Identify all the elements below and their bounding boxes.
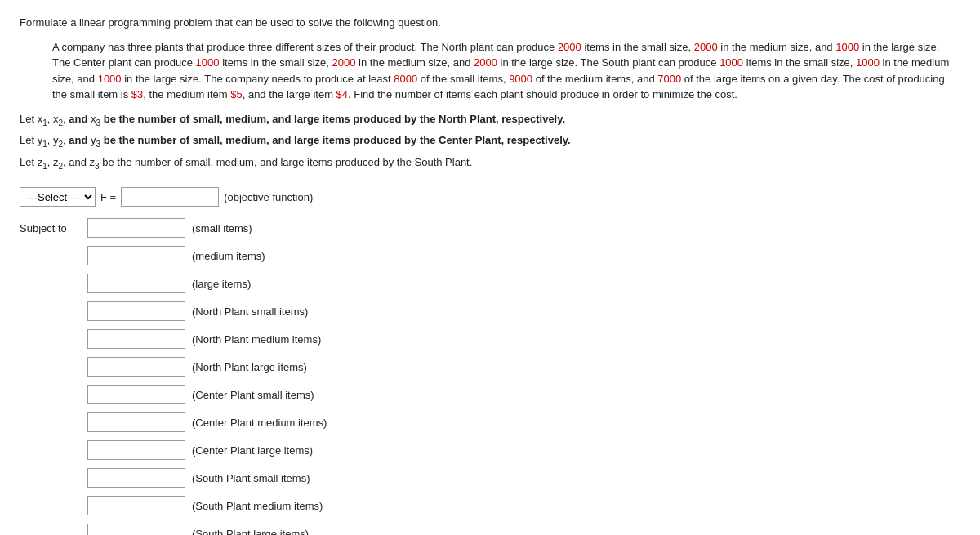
constraint-input-2[interactable] [87,274,185,293]
body-paragraph: A company has three plants that produce … [52,39,960,103]
cost-large: $4 [336,88,348,100]
body-text-3: in the medium size, and [718,41,836,53]
body-text-11: of the small items, [417,73,509,85]
need-large: 7000 [657,73,681,85]
body-text-16: . Find the number of items each plant sh… [348,88,737,100]
body-text-1: A company has three plants that produce … [52,41,558,53]
constraint-input-0[interactable] [87,218,185,238]
body-text-5: items in the small size, [220,56,332,69]
constraint-input-5[interactable] [87,357,185,377]
body-text-8: items in the small size, [743,56,856,69]
constraint-row-1: (medium items) [20,246,960,265]
constraint-label-10: (South Plant medium items) [192,500,323,512]
constraint-row-11: (South Plant large items) [20,524,960,535]
constraint-row-8: (Center Plant large items) [20,440,960,460]
constraint-label-2: (large items) [192,278,251,290]
south-medium-count: 1000 [856,56,880,69]
constraint-row-9: (South Plant small items) [20,468,960,488]
objective-function-label: (objective function) [224,191,313,203]
constraint-label-6: (Center Plant small items) [192,389,314,401]
constraint-input-4[interactable] [87,329,185,349]
constraint-row-6: (Center Plant small items) [20,385,960,404]
f-equals-label: F = [100,191,116,203]
constraint-label-0: (small items) [192,222,252,234]
constraint-row-0: Subject to (small items) [20,218,960,238]
objective-row: ---Select--- Minimize Maximize F = (obje… [20,187,960,207]
constraint-input-7[interactable] [87,412,185,432]
need-medium: 9000 [509,73,532,85]
constraint-label-9: (South Plant small items) [192,472,310,484]
cost-medium: $5 [230,88,242,100]
body-text-12: of the medium items, and [532,73,657,85]
constraint-label-4: (North Plant medium items) [192,333,321,346]
south-large-count: 1000 [98,73,122,85]
center-medium-count: 2000 [332,56,356,69]
constraint-label-7: (Center Plant medium items) [192,417,327,429]
objective-function-input[interactable] [121,187,219,207]
constraint-label-1: (medium items) [192,250,265,262]
need-small: 8000 [394,73,417,85]
constraint-input-6[interactable] [87,385,185,404]
let-line-1: Let x1, x2, and x3 be the number of smal… [20,111,960,130]
subject-to-label: Subject to [20,222,81,234]
constraint-label-3: (North Plant small items) [192,305,308,318]
constraint-input-11[interactable] [87,524,185,535]
constraint-row-3: (North Plant small items) [20,301,960,321]
constraint-row-7: (Center Plant medium items) [20,412,960,432]
constraint-row-5: (North Plant large items) [20,357,960,377]
constraint-input-8[interactable] [87,440,185,460]
minimize-maximize-select[interactable]: ---Select--- Minimize Maximize [20,187,96,207]
body-text-10: in the large size. The company needs to … [122,73,394,85]
constraint-label-11: (South Plant large items) [192,528,309,535]
constraint-input-3[interactable] [87,301,185,321]
let-line-3: Let z1, z2, and z3 be the number of smal… [20,154,960,173]
constraint-row-4: (North Plant medium items) [20,329,960,349]
body-text-6: in the medium size, and [355,56,474,69]
south-small-count: 1000 [719,56,743,69]
intro-text: Formulate a linear programming problem t… [20,15,960,31]
constraint-input-1[interactable] [87,246,185,265]
constraint-input-9[interactable] [87,468,185,488]
body-text-14: , the medium item [143,88,230,100]
body-text-7: in the large size. The South plant can p… [497,56,719,69]
form-section: ---Select--- Minimize Maximize F = (obje… [20,187,960,535]
constraint-label-5: (North Plant large items) [192,361,307,373]
north-large-count: 1000 [835,41,859,53]
north-medium-count: 2000 [694,41,718,53]
north-small-count: 2000 [558,41,581,53]
constraint-row-2: (large items) [20,274,960,293]
body-text-15: , and the large item [243,88,336,100]
constraint-input-10[interactable] [87,496,185,515]
center-large-count: 2000 [474,56,497,69]
cost-small: $3 [131,88,143,100]
constraint-label-8: (Center Plant large items) [192,444,313,457]
body-text-2: items in the small size, [581,41,694,53]
constraint-row-10: (South Plant medium items) [20,496,960,515]
center-small-count: 1000 [196,56,220,69]
let-line-2: Let y1, y2, and y3 be the number of smal… [20,132,960,151]
